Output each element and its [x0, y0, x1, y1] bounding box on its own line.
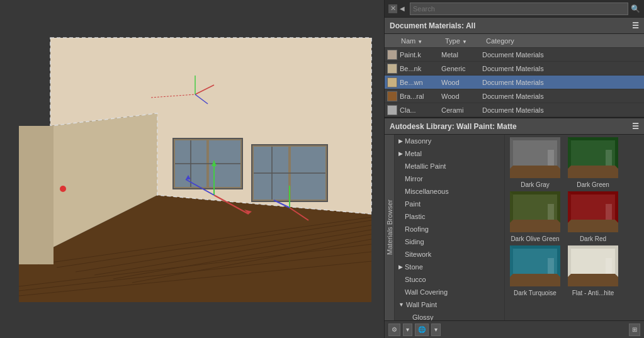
- search-input[interactable]: [410, 3, 628, 15]
- web-button[interactable]: 🌐: [415, 324, 429, 336]
- library-section: Autodesk Library: Wall Paint: Matte ☰ Ma…: [385, 118, 644, 320]
- pin-button[interactable]: ◀: [400, 5, 405, 12]
- material-thumb-label: Dark Turquoise: [507, 290, 563, 297]
- sort-arrow-name: ▼: [417, 39, 422, 45]
- doc-materials-list: Paint.kMetalDocument MaterialsBe...nkGen…: [385, 48, 644, 118]
- tree-item-miscellaneous[interactable]: Miscellaneous: [395, 185, 504, 198]
- svg-marker-68: [568, 274, 618, 286]
- tree-label: Sitework: [405, 251, 431, 258]
- tree-arrow: ▶: [398, 138, 403, 144]
- tree-item-metal[interactable]: ▶Metal: [395, 147, 504, 160]
- tree-item-metallic-paint[interactable]: Metallic Paint: [395, 160, 504, 172]
- svg-rect-59: [606, 204, 612, 220]
- svg-rect-64: [548, 258, 554, 274]
- svg-marker-53: [510, 220, 560, 232]
- tree-item-siding[interactable]: Siding: [395, 235, 504, 248]
- library-menu-icon[interactable]: ☰: [632, 122, 639, 131]
- tree-item-stucco[interactable]: Stucco: [395, 273, 504, 286]
- svg-marker-48: [568, 166, 618, 178]
- material-thumb-image: [568, 137, 618, 178]
- material-thumbnail[interactable]: Dark Green: [565, 137, 621, 189]
- material-swatch: [387, 105, 397, 115]
- tree-label: Stone: [405, 263, 423, 271]
- tree-label: Glossy: [412, 313, 434, 320]
- material-thumb-image: [510, 245, 560, 286]
- library-content: Materials Browser ▶Masonry▶MetalMetallic…: [385, 135, 644, 320]
- category-tree[interactable]: ▶Masonry▶MetalMetallic PaintMirrorMiscel…: [395, 135, 505, 320]
- svg-rect-44: [548, 150, 554, 166]
- material-category: Document Materials: [482, 93, 641, 100]
- material-swatch: [387, 64, 397, 74]
- settings-dropdown[interactable]: ▾: [403, 324, 412, 336]
- search-icon: 🔍: [631, 4, 640, 13]
- tree-label: Miscellaneous: [405, 188, 449, 195]
- tree-item-sitework[interactable]: Sitework: [395, 248, 504, 261]
- settings-button[interactable]: ⚙: [388, 324, 400, 336]
- svg-marker-63: [510, 274, 560, 286]
- material-thumbnail[interactable]: Dark Red: [565, 191, 621, 243]
- tree-label: Siding: [405, 238, 424, 245]
- material-row[interactable]: Paint.kMetalDocument Materials: [385, 48, 644, 62]
- material-row[interactable]: Cla...CeramiDocument Materials: [385, 103, 644, 117]
- tree-label: Metal: [405, 150, 422, 157]
- svg-rect-49: [606, 150, 612, 166]
- tree-label: Metallic Paint: [405, 162, 446, 170]
- tree-item-glossy[interactable]: Glossy: [395, 311, 504, 320]
- table-header: Nam ▼ Type ▼ Category: [385, 34, 644, 48]
- svg-rect-69: [606, 258, 612, 274]
- material-category: Document Materials: [482, 51, 641, 59]
- material-category: Document Materials: [482, 79, 641, 86]
- col-name-header[interactable]: Nam ▼: [401, 37, 445, 45]
- svg-rect-54: [548, 204, 554, 220]
- material-name: Be...nk: [400, 65, 441, 72]
- tree-label: Plastic: [405, 213, 425, 220]
- material-row[interactable]: Bra...ralWoodDocument Materials: [385, 89, 644, 103]
- material-type: Cerami: [441, 106, 482, 114]
- tree-item-mirror[interactable]: Mirror: [395, 172, 504, 185]
- material-thumb-image: [510, 191, 560, 232]
- material-name: Cla...: [400, 106, 441, 114]
- doc-materials-title: Document Materials: All: [390, 21, 475, 30]
- material-grid[interactable]: Dark GrayDark GreenDark Olive GreenDark …: [505, 135, 644, 320]
- tree-item-paint[interactable]: Paint: [395, 198, 504, 210]
- material-thumbnail[interactable]: Flat - Anti...hite: [565, 245, 621, 297]
- close-button[interactable]: ✕: [388, 4, 397, 13]
- web-dropdown[interactable]: ▾: [431, 324, 441, 336]
- material-row[interactable]: Be...nkGenericDocument Materials: [385, 62, 644, 76]
- material-name: Paint.k: [400, 51, 441, 59]
- panel-menu-icon[interactable]: ☰: [632, 21, 639, 30]
- col-type-header[interactable]: Type ▼: [445, 37, 486, 45]
- tree-item-wall-covering[interactable]: Wall Covering: [395, 286, 504, 298]
- material-name: Be...wn: [400, 79, 441, 86]
- tree-label: Stucco: [405, 276, 426, 283]
- material-row[interactable]: Be...wnWoodDocument Materials: [385, 76, 644, 89]
- svg-rect-35: [19, 126, 54, 264]
- material-swatch: [387, 77, 397, 87]
- material-thumb-image: [510, 137, 560, 178]
- material-thumb-label: Dark Gray: [507, 181, 563, 189]
- tree-item-plastic[interactable]: Plastic: [395, 210, 504, 223]
- tree-item-masonry[interactable]: ▶Masonry: [395, 135, 504, 147]
- material-thumbnail[interactable]: Dark Turquoise: [507, 245, 563, 297]
- svg-marker-62: [510, 245, 513, 277]
- grid-view-button[interactable]: ⊞: [629, 324, 640, 336]
- tree-item-wall-paint[interactable]: ▼Wall Paint: [395, 298, 504, 311]
- svg-marker-43: [510, 166, 560, 178]
- material-thumb-label: Dark Olive Green: [507, 235, 563, 243]
- tree-label: Mirror: [405, 175, 423, 183]
- material-thumbnail[interactable]: Dark Olive Green: [507, 191, 563, 243]
- material-thumb-label: Flat - Anti...hite: [565, 290, 621, 297]
- search-bar: ✕ ◀ 🔍: [385, 0, 644, 18]
- tree-item-roofing[interactable]: Roofing: [395, 223, 504, 235]
- material-thumbnail[interactable]: Dark Gray: [507, 137, 563, 189]
- tree-label: Wall Paint: [406, 301, 437, 308]
- material-thumb-label: Dark Green: [565, 181, 621, 189]
- materials-panel: ✕ ◀ 🔍 Document Materials: All ☰ Nam ▼ Ty…: [384, 0, 644, 338]
- material-category: Document Materials: [482, 65, 641, 72]
- doc-materials-header: Document Materials: All ☰: [385, 18, 644, 34]
- tree-label: Masonry: [405, 137, 431, 145]
- tree-item-stone[interactable]: ▶Stone: [395, 261, 504, 273]
- material-type: Wood: [441, 79, 482, 86]
- material-type: Wood: [441, 93, 482, 100]
- col-category-header: Category: [486, 37, 641, 45]
